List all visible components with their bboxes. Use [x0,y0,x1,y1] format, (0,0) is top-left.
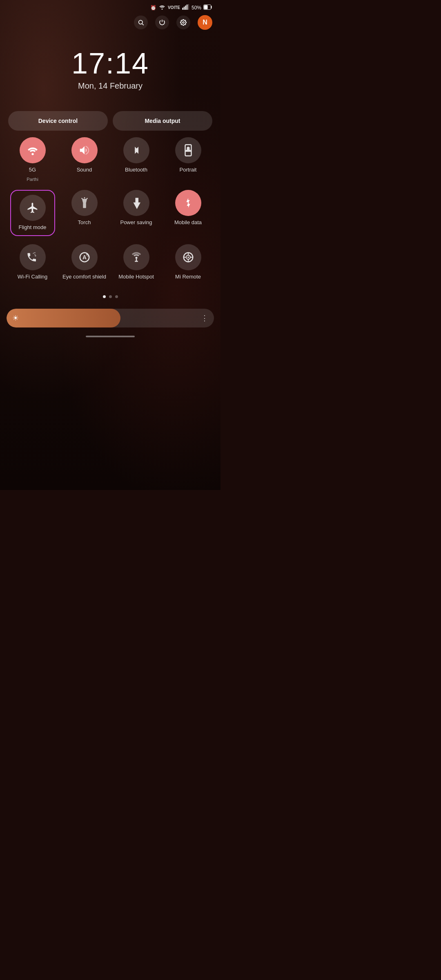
brightness-fill: ☀ [7,309,120,327]
power-button[interactable] [155,16,169,29]
tile-eye-comfort-label: Eye comfort shield [62,274,106,281]
tile-sound-label: Sound [77,167,92,174]
device-control-button[interactable]: Device control [8,111,108,131]
svg-rect-4 [187,4,188,10]
wifi-icon [158,4,166,11]
tile-power-saving[interactable]: Power saving [114,190,159,236]
tile-torch-label: Torch [78,219,91,226]
dot-3 [115,295,118,298]
svg-rect-1 [182,8,183,10]
dot-2 [109,295,112,298]
tile-eye-comfort[interactable]: A Eye comfort shield [62,244,107,281]
tile-mi-remote-label: Mi Remote [175,274,201,281]
top-actions: N [0,13,220,32]
portrait-icon [175,137,201,163]
clock-time: 17:14 [0,49,220,78]
tile-bluetooth[interactable]: Bluetooth [114,137,159,182]
tile-portrait-label: Portrait [180,167,197,174]
tiles-row-3: Wi-Fi Calling A Eye comfort shield [7,244,214,281]
tile-sound[interactable]: Sound [62,137,107,182]
svg-line-18 [87,198,88,199]
tile-flight-mode[interactable]: Flight mode [10,190,55,236]
clock-section: 17:14 Mon, 14 February [0,32,220,99]
settings-button[interactable] [176,16,190,29]
wifi-5g-icon [20,137,46,163]
alarm-icon: ⏰ [150,5,156,11]
tiles-row-1: 5G Parthi Sound [7,137,214,182]
svg-point-10 [183,22,184,23]
battery-percentage: 50% [192,5,201,11]
mi-remote-icon [175,244,201,270]
tile-power-saving-label: Power saving [120,219,152,226]
tile-mobile-data-label: Mobile data [174,219,202,226]
svg-point-27 [187,256,189,258]
sound-icon [71,137,98,163]
tile-wifi-calling-label: Wi-Fi Calling [18,274,48,281]
svg-rect-7 [204,5,208,9]
signal-icon [182,4,189,11]
tile-portrait[interactable]: Portrait [166,137,211,182]
flight-icon [20,195,46,221]
tiles-row-2: Flight mode Torch [7,190,214,236]
tile-mobile-data[interactable]: Mobile data [166,190,211,236]
lte-icon: VOlTE [168,5,180,10]
svg-line-9 [142,24,144,25]
tile-hotspot[interactable]: Mobile Hotspot [114,244,159,281]
avatar-button[interactable]: N [198,15,212,30]
svg-line-17 [81,198,82,199]
status-bar: ⏰ VOlTE 50% [0,0,220,13]
svg-rect-15 [83,203,86,208]
tile-5g-label: 5G [29,167,36,174]
media-output-button[interactable]: Media output [113,111,212,131]
tile-flight-label: Flight mode [19,224,47,231]
search-button[interactable] [134,16,148,29]
tile-hotspot-label: Mobile Hotspot [118,274,154,281]
svg-text:A: A [82,254,87,261]
tile-bluetooth-label: Bluetooth [125,167,147,174]
tile-wifi-calling[interactable]: Wi-Fi Calling [10,244,55,281]
svg-point-19 [35,255,36,256]
brightness-icon: ☀ [12,314,19,323]
hotspot-icon [123,244,149,270]
svg-rect-5 [188,4,189,10]
tile-5g[interactable]: 5G Parthi [10,137,55,182]
svg-rect-3 [185,6,186,10]
quick-buttons-row: Device control Media output [0,99,220,137]
svg-point-22 [135,257,137,259]
bluetooth-icon [123,137,149,163]
torch-icon [71,190,98,216]
svg-point-11 [31,153,33,155]
home-bar [86,336,135,337]
mobile-data-icon [175,190,201,216]
tile-torch[interactable]: Torch [62,190,107,236]
svg-point-0 [161,9,163,10]
clock-date: Mon, 14 February [0,81,220,91]
svg-point-8 [139,20,143,24]
svg-rect-2 [184,7,185,10]
brightness-bar[interactable]: ☀ ⋮ [7,309,214,327]
tiles-container: 5G Parthi Sound [0,137,220,281]
eye-comfort-icon: A [71,244,98,270]
wifi-calling-icon [20,244,46,270]
tile-5g-sublabel: Parthi [27,177,38,182]
power-saving-icon [123,190,149,216]
battery-icon [203,4,212,11]
dot-1 [103,295,106,298]
pagination-dots [0,289,220,305]
brightness-more-icon[interactable]: ⋮ [201,314,208,323]
tile-mi-remote[interactable]: Mi Remote [166,244,211,281]
home-indicator [0,332,220,339]
